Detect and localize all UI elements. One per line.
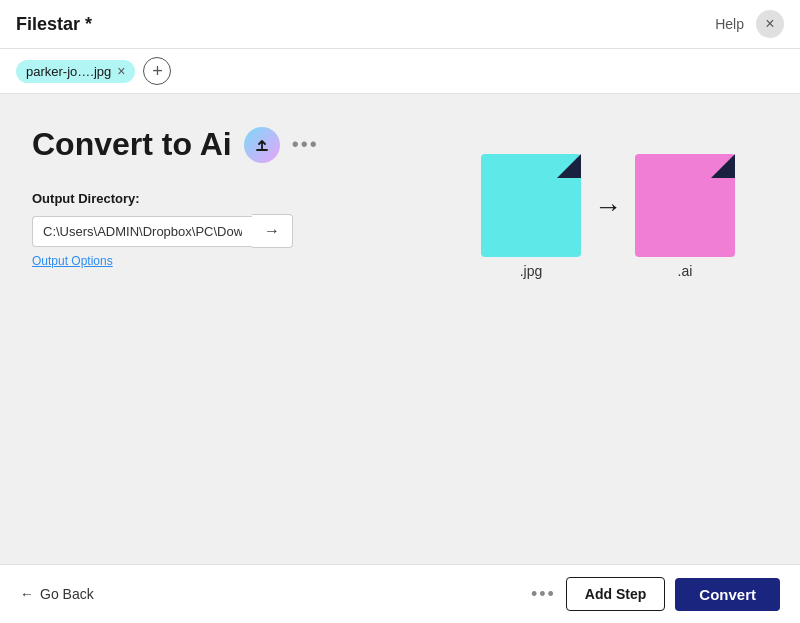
file-tag[interactable]: parker-jo….jpg ×: [16, 60, 135, 83]
app-title: Filestar *: [16, 14, 92, 35]
output-arrow-icon: →: [264, 222, 280, 239]
close-button[interactable]: ×: [756, 10, 784, 38]
conversion-illustration: .jpg → .ai: [476, 154, 740, 279]
go-back-label: Go Back: [40, 586, 94, 602]
target-file-body: [635, 154, 735, 257]
output-directory-input[interactable]: [32, 216, 252, 247]
convert-button[interactable]: Convert: [675, 578, 780, 611]
output-directory-browse-button[interactable]: →: [252, 214, 293, 248]
more-button[interactable]: •••: [292, 133, 319, 156]
top-bar-left: Filestar *: [16, 14, 92, 35]
bottom-right-actions: ••• Add Step Convert: [531, 577, 780, 611]
conversion-arrow-icon: →: [594, 191, 622, 223]
upload-icon: [253, 136, 271, 154]
page-title: Convert to Ai: [32, 126, 232, 163]
file-tag-close-icon[interactable]: ×: [117, 64, 125, 78]
source-file-corner: [557, 154, 581, 178]
upload-badge[interactable]: [244, 127, 280, 163]
top-bar: Filestar * Help ×: [0, 0, 800, 49]
bottom-bar: ← Go Back ••• Add Step Convert: [0, 564, 800, 623]
file-tabs-bar: parker-jo….jpg × +: [0, 49, 800, 94]
add-file-icon: +: [152, 61, 163, 82]
go-back-button[interactable]: ← Go Back: [20, 586, 94, 602]
output-options-link[interactable]: Output Options: [32, 254, 113, 268]
target-file-label: .ai: [678, 263, 693, 279]
file-tag-name: parker-jo….jpg: [26, 64, 111, 79]
add-file-button[interactable]: +: [143, 57, 171, 85]
more-actions-button[interactable]: •••: [531, 584, 556, 605]
add-step-button[interactable]: Add Step: [566, 577, 665, 611]
source-file-label: .jpg: [520, 263, 543, 279]
source-file-body: [481, 154, 581, 257]
main-content: Convert to Ai ••• Output Directory: → Ou…: [0, 94, 800, 564]
source-file-icon: .jpg: [476, 154, 586, 279]
top-bar-right: Help ×: [715, 10, 784, 38]
target-file-corner: [711, 154, 735, 178]
target-file-icon: .ai: [630, 154, 740, 279]
help-link[interactable]: Help: [715, 16, 744, 32]
go-back-arrow-icon: ←: [20, 586, 34, 602]
